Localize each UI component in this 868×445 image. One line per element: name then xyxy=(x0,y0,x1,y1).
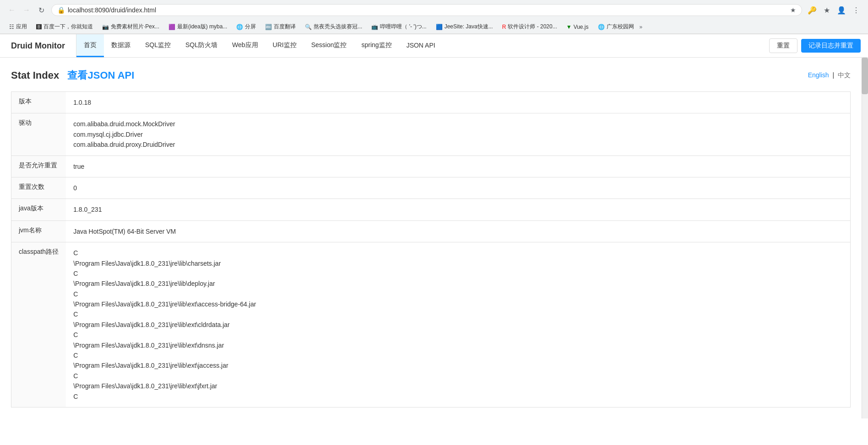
bookmark-contest[interactable]: 🔍 熬夜秃头选拔赛冠... xyxy=(301,22,366,32)
nav-item-spring-monitor[interactable]: spring监控 xyxy=(354,34,399,57)
bookmark-myba[interactable]: 🟪 最新(idea版) myba... xyxy=(165,22,231,32)
reload-button[interactable]: ↻ xyxy=(35,4,48,16)
split-icon: 🌐 xyxy=(236,24,243,30)
label-allow-reset: 是否允许重置 xyxy=(11,155,66,177)
table-row-classpath: classpath路径 C \Program Files\Java\jdk1.8… xyxy=(11,242,851,407)
bookmark-software-label: 软件设计师 - 2020... xyxy=(508,23,557,31)
log-reset-button[interactable]: 记录日志并重置 xyxy=(801,39,861,53)
bilibili-icon: 📺 xyxy=(371,24,378,30)
nav-actions: 重置 记录日志并重置 xyxy=(762,38,868,53)
browser-action-icons: 🔑 ★ 👤 ⋮ xyxy=(806,4,863,16)
bookmark-myba-label: 最新(idea版) myba... xyxy=(177,23,227,31)
bookmark-bilibili-label: 哔哩哔哩（ '- ')つ... xyxy=(380,23,426,31)
address-bar[interactable]: 🔒 localhost:8090/druid/index.html ★ xyxy=(51,4,802,16)
nav-item-uri-monitor[interactable]: URI监控 xyxy=(266,34,304,57)
bookmark-campus[interactable]: 🌐 广东校园网 xyxy=(594,22,638,32)
back-button[interactable]: ← xyxy=(5,4,18,16)
value-jvm-name: Java HotSpot(TM) 64-Bit Server VM xyxy=(66,220,850,242)
page-wrapper: Stat Index 查看JSON API English | 中文 版本 1.… xyxy=(0,58,868,418)
apps-icon: ☷ xyxy=(9,24,14,30)
jeesite-icon: 🟦 xyxy=(436,24,443,30)
nav-item-home[interactable]: 首页 xyxy=(76,34,104,57)
app-header: Druid Monitor 首页 数据源 SQL监控 SQL防火墙 Web应用 … xyxy=(0,34,868,58)
myba-icon: 🟪 xyxy=(168,24,175,30)
bookmark-software[interactable]: R 软件设计师 - 2020... xyxy=(499,22,561,32)
bookmark-split-label: 分屏 xyxy=(245,23,256,31)
contest-icon: 🔍 xyxy=(305,24,312,30)
vue-icon: ▼ xyxy=(566,24,572,30)
bookmark-campus-label: 广东校园网 xyxy=(607,23,634,31)
more-bookmarks[interactable]: » xyxy=(640,24,643,30)
table-row-jvm-name: jvm名称 Java HotSpot(TM) 64-Bit Server VM xyxy=(11,220,851,242)
value-classpath: C \Program Files\Java\jdk1.8.0_231\jre\l… xyxy=(66,242,850,407)
bookmark-pex[interactable]: 📷 免费素材照片·Pex... xyxy=(98,22,163,32)
profile-icon[interactable]: 👤 xyxy=(835,4,848,16)
extensions-icon[interactable]: ★ xyxy=(820,4,833,16)
software-icon: R xyxy=(502,24,506,30)
menu-icon[interactable]: ⋮ xyxy=(850,4,863,16)
label-classpath: classpath路径 xyxy=(11,242,66,407)
stat-table: 版本 1.0.18 驱动 com.alibaba.druid.mock.Mock… xyxy=(11,91,851,407)
value-version: 1.0.18 xyxy=(66,92,850,113)
bookmark-vue-label: Vue.js xyxy=(574,24,589,30)
browser-chrome: ← → ↻ 🔒 localhost:8090/druid/index.html … xyxy=(0,0,868,34)
campus-icon: 🌐 xyxy=(598,24,605,30)
scrollbar[interactable] xyxy=(862,58,868,418)
nav-item-session-monitor[interactable]: Session监控 xyxy=(304,34,354,57)
bookmark-bilibili[interactable]: 📺 哔哩哔哩（ '- ')つ... xyxy=(368,22,430,32)
lang-separator: | xyxy=(832,71,834,79)
bookmark-apps[interactable]: ☷ 应用 xyxy=(5,22,31,32)
value-driver: com.alibaba.druid.mock.MockDriver com.my… xyxy=(66,113,850,155)
main-content: Stat Index 查看JSON API English | 中文 版本 1.… xyxy=(0,58,862,418)
forward-button[interactable]: → xyxy=(20,4,33,16)
page-title-text: Stat Index xyxy=(11,70,59,81)
json-api-link[interactable]: 查看JSON API xyxy=(67,70,134,81)
app-nav: 首页 数据源 SQL监控 SQL防火墙 Web应用 URI监控 Session监… xyxy=(76,34,762,57)
table-row-driver: 驱动 com.alibaba.druid.mock.MockDriver com… xyxy=(11,113,851,155)
reset-button[interactable]: 重置 xyxy=(769,38,797,53)
nav-item-json-api[interactable]: JSON API xyxy=(399,34,443,57)
pex-icon: 📷 xyxy=(102,24,109,30)
lang-chinese[interactable]: 中文 xyxy=(838,71,851,79)
page-title: Stat Index 查看JSON API xyxy=(11,69,134,82)
page-title-area: Stat Index 查看JSON API English | 中文 xyxy=(11,69,851,82)
key-icon[interactable]: 🔑 xyxy=(806,4,819,16)
value-allow-reset: true xyxy=(66,155,850,177)
bookmark-baidu[interactable]: 🅱 百度一下，你就知道 xyxy=(33,22,97,32)
label-reset-count: 重置次数 xyxy=(11,177,66,198)
lang-switcher: English | 中文 xyxy=(808,71,851,80)
bookmark-pex-label: 免费素材照片·Pex... xyxy=(111,23,159,31)
table-row-version: 版本 1.0.18 xyxy=(11,92,851,113)
table-row-allow-reset: 是否允许重置 true xyxy=(11,155,851,177)
address-bar-icons: ★ xyxy=(790,6,796,14)
bookmark-translate-label: 百度翻译 xyxy=(274,23,296,31)
nav-item-sql-firewall[interactable]: SQL防火墙 xyxy=(178,34,225,57)
bookmark-jeesite[interactable]: 🟦 JeeSite: Java快速... xyxy=(432,22,497,32)
app-logo: Druid Monitor xyxy=(0,34,76,57)
lang-english[interactable]: English xyxy=(808,71,829,79)
address-bar-url: localhost:8090/druid/index.html xyxy=(68,6,787,14)
label-java-version: java版本 xyxy=(11,199,66,220)
browser-nav-buttons: ← → ↻ xyxy=(5,4,48,16)
translate-icon: 🔤 xyxy=(265,24,272,30)
table-row-reset-count: 重置次数 0 xyxy=(11,177,851,198)
label-version: 版本 xyxy=(11,92,66,113)
label-jvm-name: jvm名称 xyxy=(11,220,66,242)
value-reset-count: 0 xyxy=(66,177,850,198)
nav-item-sql-monitor[interactable]: SQL监控 xyxy=(138,34,178,57)
browser-toolbar: ← → ↻ 🔒 localhost:8090/druid/index.html … xyxy=(0,0,868,20)
baidu-icon: 🅱 xyxy=(36,24,42,30)
bookmark-baidu-label: 百度一下，你就知道 xyxy=(43,23,93,31)
lock-icon: 🔒 xyxy=(57,6,65,14)
table-row-java-version: java版本 1.8.0_231 xyxy=(11,199,851,220)
label-driver: 驱动 xyxy=(11,113,66,155)
bookmark-star-icon[interactable]: ★ xyxy=(790,6,796,14)
bookmark-translate[interactable]: 🔤 百度翻译 xyxy=(261,22,299,32)
bookmark-split[interactable]: 🌐 分屏 xyxy=(233,22,260,32)
nav-item-datasource[interactable]: 数据源 xyxy=(104,34,138,57)
bookmark-contest-label: 熬夜秃头选拔赛冠... xyxy=(314,23,362,31)
bookmark-vue[interactable]: ▼ Vue.js xyxy=(563,23,592,31)
bookmarks-bar: ☷ 应用 🅱 百度一下，你就知道 📷 免费素材照片·Pex... 🟪 最新(id… xyxy=(0,20,868,34)
nav-item-web-app[interactable]: Web应用 xyxy=(225,34,266,57)
bookmark-apps-label: 应用 xyxy=(16,23,27,31)
